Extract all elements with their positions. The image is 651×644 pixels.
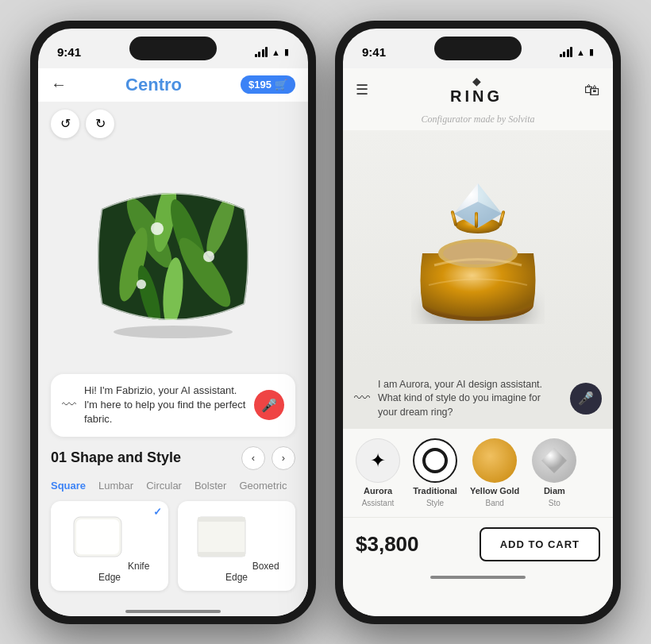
svg-point-9 xyxy=(203,251,214,262)
ring-svg xyxy=(391,150,565,349)
status-icons-1: ▲ ▮ xyxy=(255,47,289,57)
style-diamond[interactable]: Diam Sto xyxy=(532,438,576,507)
battery-icon-1: ▮ xyxy=(284,47,289,57)
svg-point-29 xyxy=(429,454,441,467)
ring-logo: ◆ RING xyxy=(450,75,503,106)
ring-nav: ☰ ◆ RING 🛍 xyxy=(343,68,613,112)
tab-geometric[interactable]: Geometric xyxy=(239,480,287,492)
gold-circle xyxy=(472,438,517,483)
redo-button[interactable]: ↻ xyxy=(86,110,114,138)
style-gold[interactable]: Yellow Gold Band xyxy=(470,438,519,507)
knife-edge-option[interactable]: Knife Edge xyxy=(51,501,168,591)
boxed-edge-option[interactable]: Boxed Edge xyxy=(178,501,295,591)
wifi-icon-1: ▲ xyxy=(272,48,280,57)
product-view: ↺ ↻ xyxy=(38,102,308,605)
ring-ai-bar: 〰 I am Aurora, your AI design assistant.… xyxy=(343,368,613,430)
home-indicator-2 xyxy=(430,576,526,579)
status-icons-2: ▲ ▮ xyxy=(560,47,594,57)
aurora-sublabel: Assistant xyxy=(362,499,395,507)
screen-content-2: ☰ ◆ RING 🛍 Configurator made by Solvita xyxy=(343,68,613,616)
edge-options: Knife Edge Boxed Edge xyxy=(51,495,295,597)
boxed-edge-preview xyxy=(194,509,249,565)
svg-rect-13 xyxy=(76,519,119,554)
next-section-button[interactable]: › xyxy=(272,446,295,470)
section-header: 01 Shape and Style ‹ › xyxy=(51,443,295,473)
diamond-icon xyxy=(538,445,570,476)
tab-lumbar[interactable]: Lumbar xyxy=(98,480,133,492)
aurora-circle: ✦ xyxy=(356,438,400,483)
svg-marker-30 xyxy=(541,448,567,473)
ring-waveform-icon: 〰 xyxy=(354,389,370,407)
gold-sublabel: Band xyxy=(485,499,503,507)
ring-price: $3,800 xyxy=(356,532,419,557)
menu-button[interactable]: ☰ xyxy=(356,81,368,98)
pillow-preview xyxy=(51,146,295,368)
section-title: 01 Shape and Style xyxy=(51,449,181,466)
ai-assistant-bar: 〰 Hi! I'm Fabrizio, your AI assistant. I… xyxy=(51,374,295,437)
cart-button[interactable]: 🛍 xyxy=(584,81,600,99)
style-aurora[interactable]: ✦ Aurora Assistant xyxy=(356,438,400,507)
price-badge[interactable]: $195 🛒 xyxy=(241,75,295,94)
traditional-label: Traditional xyxy=(413,486,457,496)
bottom-bar: $3,800 ADD TO CART xyxy=(343,517,613,571)
dynamic-island xyxy=(129,37,217,60)
svg-point-11 xyxy=(114,326,233,338)
style-traditional[interactable]: Traditional Style xyxy=(413,438,457,507)
wifi-icon-2: ▲ xyxy=(576,48,585,57)
phone-centro: 9:41 ▲ ▮ ← Centro xyxy=(30,21,316,624)
ring-brand-name: RING xyxy=(450,87,503,106)
ai-message-text: Hi! I'm Fabrizio, your AI assistant. I'm… xyxy=(84,384,246,427)
scene: 9:41 ▲ ▮ ← Centro xyxy=(0,0,651,644)
ring-diamond-icon: ◆ xyxy=(472,75,481,87)
style-options: ✦ Aurora Assistant Traditional xyxy=(343,429,613,517)
status-time-1: 9:41 xyxy=(57,45,81,59)
ring-mic-button[interactable]: 🎤 xyxy=(570,383,602,415)
svg-point-10 xyxy=(137,280,146,289)
cart-mini-icon: 🛒 xyxy=(275,79,287,91)
svg-point-8 xyxy=(151,222,164,235)
status-time-2: 9:41 xyxy=(362,45,386,59)
undo-redo-bar: ↺ ↻ xyxy=(51,110,295,138)
signal-icon-2 xyxy=(560,47,573,57)
add-to-cart-button[interactable]: ADD TO CART xyxy=(480,527,600,561)
tab-square[interactable]: Square xyxy=(51,480,86,492)
traditional-circle xyxy=(413,438,457,483)
tab-circular[interactable]: Circular xyxy=(146,480,182,492)
screen-content-1: ← Centro $195 🛒 ↺ ↻ xyxy=(38,68,308,616)
signal-icon-1 xyxy=(255,47,268,57)
traditional-ring-icon xyxy=(419,445,451,476)
svg-rect-14 xyxy=(198,517,245,557)
ring-image-area xyxy=(343,130,613,368)
battery-icon-2: ▮ xyxy=(589,47,594,57)
gold-label: Yellow Gold xyxy=(470,486,519,496)
aurora-label: Aurora xyxy=(364,486,392,496)
mic-button[interactable]: 🎤 xyxy=(254,390,284,420)
undo-button[interactable]: ↺ xyxy=(51,110,79,138)
ring-ai-message: I am Aurora, your AI design assistant. W… xyxy=(378,378,562,420)
waveform-icon: 〰 xyxy=(62,397,76,414)
centro-logo: Centro xyxy=(125,75,182,95)
svg-rect-25 xyxy=(475,212,478,228)
tab-bolster[interactable]: Bolster xyxy=(195,480,226,492)
section-nav: ‹ › xyxy=(241,446,295,470)
home-indicator-1 xyxy=(125,610,221,613)
svg-rect-15 xyxy=(198,517,245,522)
prev-section-button[interactable]: ‹ xyxy=(241,446,265,470)
shape-tabs: Square Lumbar Circular Bolster Geometric xyxy=(51,473,295,495)
diamond-circle xyxy=(532,438,576,483)
pillow-svg xyxy=(86,169,260,344)
back-button[interactable]: ← xyxy=(51,75,67,94)
svg-rect-16 xyxy=(198,552,245,557)
configurator-tagline: Configurator made by Solvita xyxy=(343,112,613,130)
diamond-sublabel: Sto xyxy=(549,499,560,507)
diamond-label: Diam xyxy=(544,486,565,496)
top-nav-1: ← Centro $195 🛒 xyxy=(38,68,308,102)
phone-ring: 9:41 ▲ ▮ ☰ ◆ xyxy=(335,21,621,624)
dynamic-island-2 xyxy=(434,37,522,60)
knife-edge-preview xyxy=(70,509,125,565)
traditional-sublabel: Style xyxy=(426,499,444,507)
